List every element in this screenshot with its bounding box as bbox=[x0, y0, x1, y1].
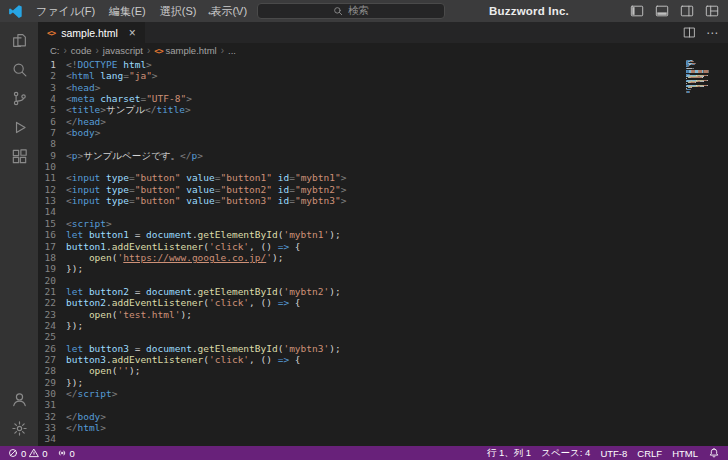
code-line[interactable]: 6</head> bbox=[38, 116, 728, 127]
line-number[interactable]: 5 bbox=[38, 104, 56, 115]
code-line[interactable]: 8 bbox=[38, 138, 728, 149]
activity-run-debug[interactable] bbox=[0, 113, 38, 142]
activity-search[interactable] bbox=[0, 55, 38, 84]
line-number[interactable]: 23 bbox=[38, 309, 56, 320]
activity-settings[interactable] bbox=[0, 414, 38, 443]
line-number[interactable]: 3 bbox=[38, 82, 56, 93]
line-number[interactable]: 32 bbox=[38, 411, 56, 422]
layout-sidebar-right-icon[interactable] bbox=[680, 4, 694, 18]
eol-setting[interactable]: CRLF bbox=[637, 448, 662, 459]
breadcrumb-item[interactable]: code bbox=[71, 45, 92, 56]
navigate-forward-icon[interactable]: → bbox=[228, 4, 246, 18]
code-line[interactable]: 10 bbox=[38, 161, 728, 172]
code-line[interactable]: 14 bbox=[38, 206, 728, 217]
language-mode[interactable]: HTML bbox=[672, 448, 698, 459]
split-editor-icon[interactable] bbox=[683, 26, 696, 39]
code-line[interactable]: 22button2.addEventListener('click', () =… bbox=[38, 297, 728, 308]
line-number[interactable]: 33 bbox=[38, 422, 56, 433]
code-line[interactable]: 13<input type="button" value="button3" i… bbox=[38, 195, 728, 206]
notifications-bell-icon[interactable] bbox=[708, 447, 720, 459]
line-number[interactable]: 28 bbox=[38, 365, 56, 376]
line-number[interactable]: 12 bbox=[38, 184, 56, 195]
line-number[interactable]: 15 bbox=[38, 218, 56, 229]
line-number[interactable]: 8 bbox=[38, 138, 56, 149]
line-number[interactable]: 18 bbox=[38, 252, 56, 263]
line-number[interactable]: 21 bbox=[38, 286, 56, 297]
code-line[interactable]: 23 open('test.html'); bbox=[38, 309, 728, 320]
code-line[interactable]: 11<input type="button" value="button1" i… bbox=[38, 172, 728, 183]
line-number[interactable]: 27 bbox=[38, 354, 56, 365]
line-number[interactable]: 10 bbox=[38, 161, 56, 172]
line-number[interactable]: 14 bbox=[38, 206, 56, 217]
code-line[interactable]: 12<input type="button" value="button2" i… bbox=[38, 184, 728, 195]
line-number[interactable]: 4 bbox=[38, 93, 56, 104]
menu-item[interactable]: 選択(S) bbox=[153, 0, 204, 22]
more-actions-icon[interactable]: ⋯ bbox=[706, 26, 718, 40]
code-line[interactable]: 15<script> bbox=[38, 218, 728, 229]
line-number[interactable]: 7 bbox=[38, 127, 56, 138]
code-line[interactable]: 26let button3 = document.getElementById(… bbox=[38, 343, 728, 354]
code-line[interactable]: 1<!DOCTYPE html> bbox=[38, 59, 728, 70]
activity-extensions[interactable] bbox=[0, 142, 38, 171]
line-number[interactable]: 26 bbox=[38, 343, 56, 354]
line-number[interactable]: 34 bbox=[38, 433, 56, 444]
problems-indicator[interactable]: 0 0 bbox=[8, 448, 48, 459]
line-number[interactable]: 25 bbox=[38, 331, 56, 342]
breadcrumb-item[interactable]: C: bbox=[50, 45, 60, 56]
code-line[interactable]: 3<head> bbox=[38, 82, 728, 93]
cursor-position[interactable]: 行 1、列 1 bbox=[487, 447, 531, 460]
line-number[interactable]: 20 bbox=[38, 275, 56, 286]
code-line[interactable]: 2<html lang="ja"> bbox=[38, 70, 728, 81]
breadcrumb-item[interactable]: ... bbox=[228, 45, 236, 56]
code-line[interactable]: 7<body> bbox=[38, 127, 728, 138]
code-line[interactable]: 28 open(''); bbox=[38, 365, 728, 376]
code-line[interactable]: 34 bbox=[38, 433, 728, 444]
activity-source-control[interactable] bbox=[0, 84, 38, 113]
code-line[interactable]: 33</html> bbox=[38, 422, 728, 433]
command-center-search[interactable]: 検索 bbox=[257, 3, 445, 19]
encoding-setting[interactable]: UTF-8 bbox=[600, 448, 627, 459]
code-line[interactable]: 24}); bbox=[38, 320, 728, 331]
navigate-back-icon[interactable]: ← bbox=[203, 4, 221, 18]
code-line[interactable]: 9<p>サンプルページです。</p> bbox=[38, 150, 728, 161]
indentation-setting[interactable]: スペース: 4 bbox=[541, 447, 590, 460]
line-number[interactable]: 16 bbox=[38, 229, 56, 240]
line-number[interactable]: 1 bbox=[38, 59, 56, 70]
line-number[interactable]: 30 bbox=[38, 388, 56, 399]
line-number[interactable]: 2 bbox=[38, 70, 56, 81]
code-line[interactable]: 19}); bbox=[38, 263, 728, 274]
line-number[interactable]: 11 bbox=[38, 172, 56, 183]
line-number[interactable]: 6 bbox=[38, 116, 56, 127]
layout-customize-icon[interactable] bbox=[705, 4, 719, 18]
line-number[interactable]: 13 bbox=[38, 195, 56, 206]
code-line[interactable]: 29}); bbox=[38, 377, 728, 388]
code-line[interactable]: 5<title>サンプル</title> bbox=[38, 104, 728, 115]
breadcrumb-item[interactable]: javascript bbox=[103, 45, 143, 56]
line-number[interactable]: 29 bbox=[38, 377, 56, 388]
activity-account[interactable] bbox=[0, 385, 38, 414]
tab-sample-html[interactable]: <> sample.html × bbox=[38, 22, 145, 43]
line-number[interactable]: 22 bbox=[38, 297, 56, 308]
breadcrumb-item[interactable]: <>sample.html bbox=[154, 45, 216, 56]
line-number[interactable]: 31 bbox=[38, 399, 56, 410]
code-line[interactable]: 27button3.addEventListener('click', () =… bbox=[38, 354, 728, 365]
code-line[interactable]: 17button1.addEventListener('click', () =… bbox=[38, 241, 728, 252]
code-line[interactable]: 18 open('https://www.google.co.jp/'); bbox=[38, 252, 728, 263]
menu-item[interactable]: ファイル(F) bbox=[29, 0, 102, 22]
menu-item[interactable]: 編集(E) bbox=[102, 0, 153, 22]
line-number[interactable]: 9 bbox=[38, 150, 56, 161]
code-line[interactable]: 16let button1 = document.getElementById(… bbox=[38, 229, 728, 240]
code-line[interactable]: 32</body> bbox=[38, 411, 728, 422]
code-line[interactable]: 4<meta charset="UTF-8"> bbox=[38, 93, 728, 104]
ports-indicator[interactable]: 0 bbox=[57, 448, 75, 459]
minimap[interactable] bbox=[686, 60, 716, 94]
line-number[interactable]: 24 bbox=[38, 320, 56, 331]
code-line[interactable]: 20 bbox=[38, 275, 728, 286]
line-number[interactable]: 17 bbox=[38, 241, 56, 252]
line-number[interactable]: 19 bbox=[38, 263, 56, 274]
code-line[interactable]: 31 bbox=[38, 399, 728, 410]
code-line[interactable]: 30</script> bbox=[38, 388, 728, 399]
activity-explorer[interactable] bbox=[0, 26, 38, 55]
layout-panel-icon[interactable] bbox=[655, 4, 669, 18]
layout-sidebar-left-icon[interactable] bbox=[630, 4, 644, 18]
